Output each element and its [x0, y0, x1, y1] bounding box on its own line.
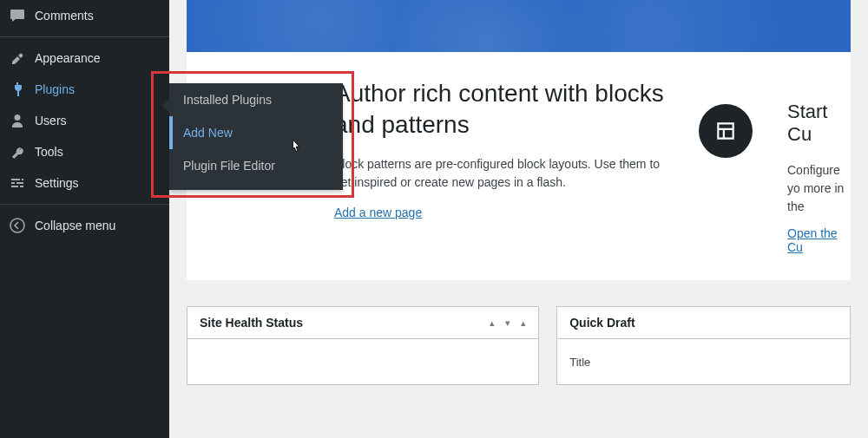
- sidebar-item-plugins[interactable]: Plugins: [0, 74, 169, 105]
- wrench-icon: [9, 143, 26, 160]
- welcome-banner: [187, 0, 851, 52]
- plug-icon: [9, 81, 26, 98]
- open-customizer-link[interactable]: Open the Cu: [787, 226, 838, 254]
- sidebar-item-tools[interactable]: Tools: [0, 136, 169, 167]
- sidebar-item-label: Settings: [35, 176, 79, 190]
- sidebar-item-appearance[interactable]: Appearance: [0, 42, 169, 74]
- flyout-item-label: Add New: [183, 126, 233, 140]
- draft-title-label: Title: [569, 356, 590, 369]
- sidebar-item-settings[interactable]: Settings: [0, 167, 169, 199]
- panel-site-health: Site Health Status ▴ ▾ ▴: [187, 306, 539, 385]
- flyout-item-label: Installed Plugins: [183, 93, 272, 107]
- sidebar-item-label: Comments: [35, 9, 94, 23]
- panel-move-down-icon[interactable]: ▾: [505, 317, 510, 329]
- plugins-flyout: Installed Plugins Add New Plugin File Ed…: [169, 83, 343, 190]
- brush-icon: [9, 49, 26, 67]
- collapse-icon: [9, 217, 26, 234]
- flyout-item-label: Plugin File Editor: [183, 159, 275, 173]
- content-heading: Author rich content with blocks and patt…: [334, 78, 664, 141]
- sidebar-item-label: Tools: [35, 145, 63, 159]
- panel-toggle-icon[interactable]: ▴: [521, 317, 526, 329]
- user-icon: [9, 112, 26, 129]
- main-area: Author rich content with blocks and patt…: [169, 0, 868, 438]
- sidebar-item-label: Appearance: [35, 51, 101, 65]
- sidebar-collapse[interactable]: Collapse menu: [0, 210, 169, 241]
- content-body: Block patterns are pre-configured block …: [334, 155, 664, 192]
- sidebar-item-comments[interactable]: Comments: [0, 0, 169, 31]
- sidebar-item-label: Plugins: [35, 82, 75, 96]
- panel-move-up-icon[interactable]: ▴: [490, 317, 495, 329]
- customize-heading: Start Cu: [787, 101, 851, 146]
- flyout-plugin-file-editor[interactable]: Plugin File Editor: [169, 149, 343, 182]
- flyout-installed-plugins[interactable]: Installed Plugins: [169, 83, 343, 116]
- layout-round-icon: [699, 104, 753, 158]
- layout-icon: [714, 120, 737, 142]
- sidebar-item-label: Users: [35, 114, 67, 127]
- sidebar-item-label: Collapse menu: [35, 219, 115, 232]
- panel-quick-draft: Quick Draft Title: [556, 306, 851, 385]
- svg-point-0: [10, 219, 24, 232]
- sidebar-item-users[interactable]: Users: [0, 105, 169, 136]
- panel-title: Quick Draft: [569, 316, 635, 330]
- panel-title: Site Health Status: [200, 316, 303, 330]
- comment-icon: [9, 7, 26, 24]
- flyout-add-new[interactable]: Add New: [169, 116, 343, 149]
- customize-body: Configure yo more in the: [787, 161, 851, 216]
- sliders-icon: [9, 174, 26, 192]
- add-new-page-link[interactable]: Add a new page: [334, 206, 422, 219]
- admin-sidebar: Comments Appearance Plugins Users Tools …: [0, 0, 169, 438]
